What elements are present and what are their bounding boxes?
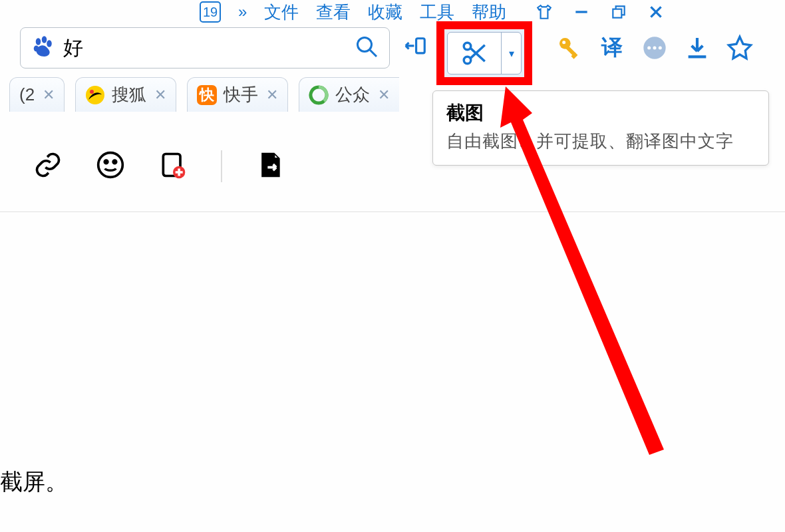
svg-point-5	[42, 36, 47, 43]
search-input[interactable]	[63, 37, 355, 59]
svg-point-4	[36, 38, 41, 45]
svg-point-18	[659, 47, 662, 50]
calendar-day: 19	[203, 5, 218, 20]
restore-icon[interactable]	[610, 3, 627, 21]
svg-point-26	[104, 160, 108, 164]
search-box[interactable]	[20, 27, 390, 68]
svg-rect-10	[416, 39, 425, 53]
tab-1[interactable]: (2 ✕	[9, 77, 65, 112]
link-icon[interactable]	[33, 150, 63, 182]
tab-label: 快手	[224, 83, 258, 106]
key-icon[interactable]	[556, 35, 583, 61]
tab-3[interactable]: 快 快手 ✕	[187, 77, 288, 112]
more-icon[interactable]	[641, 35, 668, 61]
tab-label: 搜狐	[112, 83, 146, 106]
svg-point-14	[562, 41, 565, 44]
menu-favorites[interactable]: 收藏	[368, 1, 402, 24]
wechat-icon	[309, 85, 329, 105]
svg-line-21	[470, 48, 485, 61]
svg-rect-1	[613, 9, 622, 18]
screenshot-button[interactable]: ▾	[447, 32, 522, 74]
kuaishou-icon: 快	[197, 85, 217, 105]
svg-point-16	[647, 47, 651, 50]
minimize-icon[interactable]	[573, 3, 590, 21]
chevron-right-icon[interactable]: »	[238, 3, 247, 21]
menu-file[interactable]: 文件	[264, 1, 299, 24]
close-icon[interactable]: ✕	[43, 86, 55, 104]
translate-icon[interactable]: 译	[599, 35, 625, 61]
scissors-icon	[460, 39, 488, 67]
svg-point-6	[47, 40, 52, 47]
menu-bar: 19 » 文件 查看 收藏 工具 帮助	[0, 0, 785, 24]
divider	[0, 211, 785, 212]
add-page-icon[interactable]	[158, 150, 188, 182]
send-to-phone-icon[interactable]	[402, 35, 428, 61]
tab-label: (2	[19, 84, 35, 105]
svg-point-27	[113, 160, 116, 164]
menu-tools[interactable]: 工具	[420, 1, 454, 24]
close-icon[interactable]: ✕	[266, 86, 278, 104]
baidu-icon	[31, 35, 63, 61]
star-icon[interactable]	[726, 35, 753, 61]
toolbar: 译	[0, 24, 785, 72]
screenshot-tooltip: 截图 自由截图、并可提取、翻译图中文字	[432, 90, 769, 166]
tooltip-title: 截图	[446, 100, 755, 126]
svg-line-22	[470, 45, 485, 59]
tab-label: 公众	[335, 83, 370, 106]
menu-view[interactable]: 查看	[316, 1, 351, 24]
search-icon[interactable]	[355, 35, 379, 61]
skin-icon[interactable]	[536, 3, 553, 21]
download-icon[interactable]	[684, 35, 710, 61]
tab-4[interactable]: 公众 ✕	[299, 77, 399, 112]
close-icon[interactable]: ✕	[154, 86, 166, 104]
svg-line-9	[370, 50, 377, 57]
svg-point-17	[653, 47, 657, 50]
export-icon[interactable]	[255, 150, 285, 182]
svg-point-8	[358, 38, 372, 52]
calendar-icon[interactable]: 19	[200, 1, 221, 23]
screenshot-dropdown[interactable]: ▾	[501, 33, 521, 74]
separator	[221, 150, 222, 182]
svg-point-25	[98, 153, 123, 178]
close-icon[interactable]	[647, 3, 665, 21]
svg-point-24	[90, 90, 94, 94]
tooltip-desc: 自由截图、并可提取、翻译图中文字	[446, 130, 755, 153]
screenshot-highlight: ▾	[436, 21, 532, 85]
close-icon[interactable]: ✕	[378, 86, 390, 104]
sohu-icon	[85, 85, 105, 105]
menu-help[interactable]: 帮助	[472, 1, 506, 24]
emoji-icon[interactable]	[96, 150, 125, 182]
page-text: 截屏。	[0, 467, 68, 497]
tab-2[interactable]: 搜狐 ✕	[75, 77, 176, 112]
